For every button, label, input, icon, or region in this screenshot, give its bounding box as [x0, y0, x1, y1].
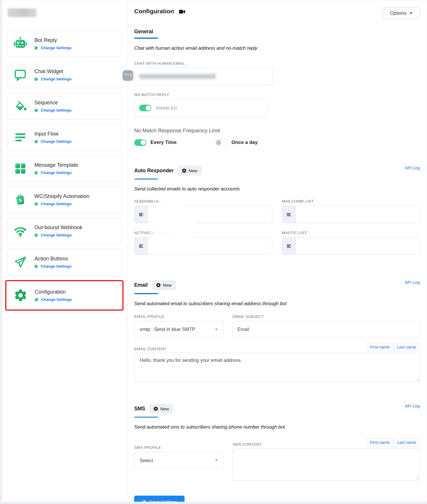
chat-bubble-icon	[12, 68, 28, 81]
change-settings-link[interactable]: Change Settings	[41, 264, 72, 268]
auto-responder-api-log-link[interactable]: API Log	[405, 166, 420, 170]
sidebar-item-label: Input Flow	[34, 131, 72, 137]
sms-content-label: SMS CONTENT	[233, 442, 262, 446]
email-api-log-link[interactable]: API Log	[405, 280, 420, 285]
change-settings-link[interactable]: Change Settings	[41, 139, 72, 144]
sms-profile-label: SMS PROFILE	[134, 445, 223, 450]
grid-icon	[12, 162, 28, 175]
frequency-options-row: Every Time Once a day	[134, 139, 420, 146]
new-button-label: New	[189, 168, 197, 173]
change-settings-link[interactable]: Change Settings	[41, 202, 72, 206]
resize-grip-icon[interactable]	[415, 378, 419, 381]
status-dot	[34, 140, 38, 143]
email-subject-label: EMAIL SUBJECT	[233, 314, 420, 319]
general-section-title: General	[134, 29, 420, 35]
status-dot	[34, 265, 38, 268]
blurred-overlay	[152, 215, 195, 254]
new-button-label: New	[160, 406, 169, 411]
every-time-toggle[interactable]	[134, 139, 146, 146]
sms-api-log-link[interactable]: API Log	[405, 404, 420, 408]
sms-title: SMS	[134, 406, 145, 412]
shopify-bag-icon: S	[12, 192, 28, 207]
sidebar-item-bot-reply[interactable]: Bot Reply Change Settings	[7, 30, 122, 57]
chat-with-human-email-input[interactable]	[134, 68, 273, 85]
blurred-email-value	[139, 74, 216, 79]
sidebar: Bot Reply Change Settings Chat Widget Ch…	[2, 0, 128, 504]
sidebar-item-label: Sequence	[34, 100, 72, 106]
sidebar-item-label: WC/Shopify Automation	[34, 193, 89, 199]
sms-content-textarea[interactable]	[233, 448, 420, 481]
section-underline	[134, 293, 158, 294]
status-dot	[35, 298, 38, 301]
first-name-tag-button[interactable]: First name	[367, 343, 393, 351]
change-settings-link[interactable]: Change Settings	[41, 171, 72, 175]
last-name-tag-button[interactable]: Last name	[393, 343, 420, 351]
email-profile-label: EMAIL PROFILE	[134, 314, 223, 319]
resize-grip-icon[interactable]	[415, 476, 419, 479]
sidebar-item-label: Chat Widget	[34, 68, 72, 75]
plus-circle-icon	[182, 168, 186, 173]
email-subject-input[interactable]: Email	[233, 321, 420, 338]
sidebar-item-sequence[interactable]: Sequence Change Settings	[7, 93, 122, 119]
change-settings-link[interactable]: Change Settings	[41, 297, 72, 302]
email-description: Send automated email to subscribers shar…	[134, 301, 420, 306]
auto-responder-description: Send collected emails to auto responder …	[134, 186, 420, 192]
no-match-reply-label: NO MATCH REPLY	[134, 92, 420, 97]
auto-responder-new-button[interactable]: New	[178, 166, 202, 176]
change-settings-link[interactable]: Change Settings	[41, 46, 72, 50]
status-dot	[34, 202, 38, 206]
change-settings-link[interactable]: Change Settings	[41, 77, 72, 81]
robot-icon	[12, 36, 28, 51]
mailchimp-list-label: MAILCHIMP LIST	[282, 199, 420, 203]
mautic-list-input[interactable]	[282, 237, 420, 255]
email-section: Email New API Log Send automated email t…	[134, 280, 420, 382]
email-title: Email	[134, 282, 148, 288]
change-settings-link[interactable]: Change Settings	[41, 108, 72, 112]
change-settings-link[interactable]: Change Settings	[41, 233, 72, 237]
footer-strip	[0, 502, 427, 504]
sidebar-item-configuration[interactable]: Configuration Change Settings	[7, 282, 122, 309]
sidebar-item-action-buttons[interactable]: Action Buttons Change Settings	[7, 249, 122, 275]
section-underline	[134, 417, 158, 418]
handle-bar-icon	[131, 73, 131, 77]
mautic-list-label: MAUTIC LIST	[282, 231, 420, 235]
sidebar-item-message-template[interactable]: Message Template Change Settings	[7, 155, 122, 182]
sms-profile-select[interactable]: Select	[134, 452, 223, 469]
email-content-label: EMAIL CONTENT	[134, 347, 167, 351]
chevron-down-icon	[215, 329, 218, 330]
sidebar-item-wc-shopify-automation[interactable]: S WC/Shopify Automation Change Settings	[7, 186, 122, 213]
plus-circle-icon	[154, 407, 158, 411]
sms-new-button[interactable]: New	[149, 404, 173, 414]
options-button[interactable]: Options	[383, 7, 420, 19]
sidebar-item-chat-widget[interactable]: Chat Widget Change Settings	[7, 62, 122, 88]
video-camera-icon[interactable]	[179, 10, 185, 14]
no-match-reply-state: ENABLED	[156, 105, 177, 110]
email-profile-select[interactable]: smtp : Send in blue SMTP	[134, 321, 223, 338]
main-content: Configuration Options General	[128, 0, 427, 504]
chat-with-human-email-label: CHAT WITH HUMAN EMAIL	[134, 61, 420, 66]
list-menu-icon	[282, 238, 296, 254]
no-match-reply-toggle[interactable]	[139, 105, 151, 111]
wifi-icon	[12, 224, 28, 238]
sidebar-item-label: Action Buttons	[34, 256, 72, 262]
sidebar-collapse-handle[interactable]: ⋯	[123, 70, 133, 81]
paint-bucket-icon	[12, 99, 28, 113]
paper-plane-icon	[12, 255, 28, 269]
last-name-tag-button[interactable]: Last name	[393, 438, 420, 446]
sidebar-item-outbound-webhook[interactable]: Out-bound Webhook Change Settings	[7, 218, 122, 244]
email-content-textarea[interactable]: Hello, thank you for sending your email …	[134, 353, 420, 382]
sidebar-item-label: Configuration	[35, 289, 72, 295]
auto-responder-section: Auto Responder New API Log Send collecte…	[134, 166, 420, 255]
auto-responder-grid: SENDINBLUE LIST MAILCHIMP LIST	[134, 199, 420, 255]
once-a-day-label: Once a day	[231, 140, 258, 145]
once-a-day-toggle[interactable]	[215, 139, 227, 146]
first-name-tag-button[interactable]: First name	[367, 438, 393, 446]
email-new-button[interactable]: New	[152, 280, 176, 290]
email-profile-value: smtp : Send in blue SMTP	[140, 327, 195, 332]
sidebar-item-input-flow[interactable]: Input Flow Change Settings	[7, 124, 122, 151]
plus-circle-icon	[156, 283, 161, 287]
mailchimp-list-input[interactable]	[282, 206, 420, 223]
frequency-limit-title: No Match Response Frequency Limit	[134, 128, 420, 134]
page-title: Configuration	[134, 8, 174, 15]
status-dot	[34, 234, 38, 237]
